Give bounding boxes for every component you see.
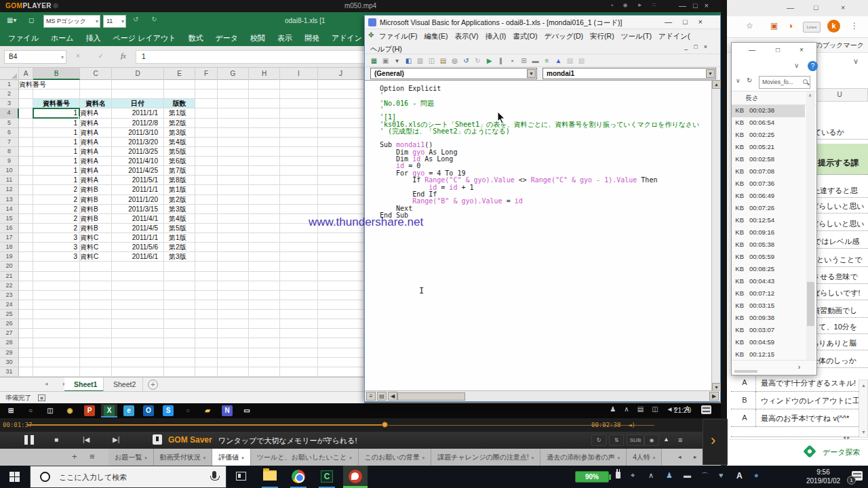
cell[interactable]: 1 xyxy=(33,138,80,147)
select-all-corner[interactable] xyxy=(0,68,19,80)
gom-window-controls[interactable]: —□× xyxy=(679,1,715,9)
start-button[interactable] xyxy=(9,472,20,482)
vba-toolbar-icon[interactable]: ▣ xyxy=(380,56,391,66)
cell[interactable] xyxy=(195,157,218,166)
explorer-file-row[interactable]: KB00:03:07 xyxy=(732,325,805,337)
cell[interactable]: 2011/3/25 xyxy=(112,147,164,157)
cell[interactable] xyxy=(80,262,112,271)
row-header-21[interactable]: 21 xyxy=(0,272,19,281)
cell[interactable] xyxy=(80,281,112,291)
cell[interactable] xyxy=(19,147,33,157)
cell[interactable] xyxy=(249,157,280,166)
cell[interactable] xyxy=(318,108,364,118)
cell[interactable] xyxy=(19,262,33,271)
scroll-up-icon[interactable]: ∧ xyxy=(808,93,812,98)
cell[interactable] xyxy=(195,310,218,319)
font-size-select[interactable]: 11▾ xyxy=(103,15,126,28)
explorer-file-row[interactable]: KB00:06:49 xyxy=(732,190,805,203)
row-header-2[interactable]: 2 xyxy=(0,89,19,99)
recorded-app-icon[interactable]: ⊞ xyxy=(5,405,16,416)
object-dropdown[interactable]: (General)▼ xyxy=(370,68,537,79)
vba-toolbar-icon[interactable]: ∥ xyxy=(496,56,506,66)
cell[interactable] xyxy=(112,319,164,329)
fill-handle[interactable] xyxy=(78,117,81,119)
cell[interactable] xyxy=(218,252,249,262)
eject-button[interactable]: ▲ xyxy=(663,436,669,443)
recorded-app-icon[interactable]: ○ xyxy=(182,405,193,416)
cell[interactable] xyxy=(218,80,249,89)
scroll-up-icon[interactable]: ▲ xyxy=(861,383,866,388)
cell[interactable] xyxy=(218,205,249,214)
cell[interactable] xyxy=(195,262,218,271)
tray-icon[interactable]: ∧ xyxy=(624,405,629,413)
explorer-file-row[interactable]: KB00:02:58 xyxy=(732,154,805,166)
taskbar-app-gom[interactable] xyxy=(343,466,368,488)
cell[interactable] xyxy=(80,272,112,281)
row-header-16[interactable]: 16 xyxy=(0,224,19,233)
cell[interactable] xyxy=(249,185,280,195)
cell[interactable] xyxy=(249,205,280,214)
cell[interactable] xyxy=(318,358,364,367)
cell[interactable]: 1 xyxy=(33,119,80,128)
cell[interactable] xyxy=(19,272,33,281)
excel-qat-icon[interactable]: ▦▾ xyxy=(7,16,16,24)
cell[interactable] xyxy=(19,252,33,262)
cell[interactable] xyxy=(280,272,318,281)
sheet-tab-sheet1[interactable]: Sheet1 xyxy=(64,378,104,392)
cell[interactable] xyxy=(218,195,249,205)
scroll-up-icon[interactable]: ▲ xyxy=(712,80,721,89)
cell[interactable] xyxy=(280,358,318,367)
vba-toolbar-icon[interactable]: ◧ xyxy=(403,56,414,66)
cell[interactable] xyxy=(195,224,218,233)
cell[interactable] xyxy=(280,185,318,195)
more-arrow-icon[interactable]: › xyxy=(798,363,800,371)
cell[interactable] xyxy=(249,319,280,329)
cell[interactable] xyxy=(249,367,280,377)
cell[interactable] xyxy=(33,291,80,300)
explorer-file-row[interactable]: KB00:07:26 xyxy=(732,203,805,215)
recorded-app-icon[interactable]: ▰ xyxy=(202,405,213,416)
cell[interactable] xyxy=(33,89,80,99)
tray-icon[interactable]: ⌒ xyxy=(701,471,709,481)
cell[interactable]: 資料A xyxy=(80,138,112,147)
extension-icon[interactable]: ▣ xyxy=(770,21,778,30)
tray-icon[interactable]: ∧ xyxy=(648,471,654,480)
notification-center-icon[interactable]: 1 xyxy=(852,471,863,481)
cell[interactable]: 第1版 xyxy=(164,108,195,118)
gom-button-sub[interactable]: SUB xyxy=(627,434,644,446)
cell[interactable] xyxy=(280,252,318,262)
row-header-29[interactable]: 29 xyxy=(0,348,19,358)
cell[interactable] xyxy=(112,262,164,271)
explorer-file-row[interactable]: KB00:03:15 xyxy=(732,300,805,312)
cell[interactable]: 2011/1/20 xyxy=(112,195,164,205)
cell[interactable] xyxy=(280,80,318,89)
strip-tab[interactable]: ツールと、お願いしたいこと▾ xyxy=(251,449,359,466)
cell[interactable] xyxy=(33,367,80,377)
cell[interactable] xyxy=(195,243,218,252)
cell[interactable] xyxy=(80,291,112,300)
cell[interactable] xyxy=(218,338,249,348)
column-header-j[interactable]: J xyxy=(318,68,364,80)
row-header-20[interactable]: 20 xyxy=(0,262,19,271)
explorer-file-row[interactable]: KB00:09:16 xyxy=(732,227,805,239)
cell[interactable]: 第5版 xyxy=(164,224,195,233)
cell[interactable] xyxy=(318,80,364,89)
row-header-27[interactable]: 27 xyxy=(0,329,19,338)
cell[interactable] xyxy=(249,338,280,348)
split-view-icon[interactable]: ≡ xyxy=(366,392,376,401)
cell[interactable] xyxy=(164,262,195,271)
cell[interactable] xyxy=(249,262,280,271)
selected-cell-b4[interactable] xyxy=(33,108,80,118)
cell[interactable] xyxy=(164,310,195,319)
cell[interactable]: 第3版 xyxy=(164,128,195,138)
cell[interactable] xyxy=(249,224,280,233)
cell[interactable] xyxy=(249,80,280,89)
ribbon-tab[interactable]: 表示 xyxy=(271,30,298,46)
row-header-14[interactable]: 14 xyxy=(0,205,19,214)
cell[interactable]: 2 xyxy=(33,214,80,224)
browser-minimize-button[interactable]: — xyxy=(787,3,794,12)
gom-button-◉[interactable]: ◉ xyxy=(644,434,659,446)
cell[interactable] xyxy=(195,338,218,348)
vba-menu-item[interactable]: ファイル(F) xyxy=(376,30,420,41)
cell[interactable] xyxy=(218,224,249,233)
